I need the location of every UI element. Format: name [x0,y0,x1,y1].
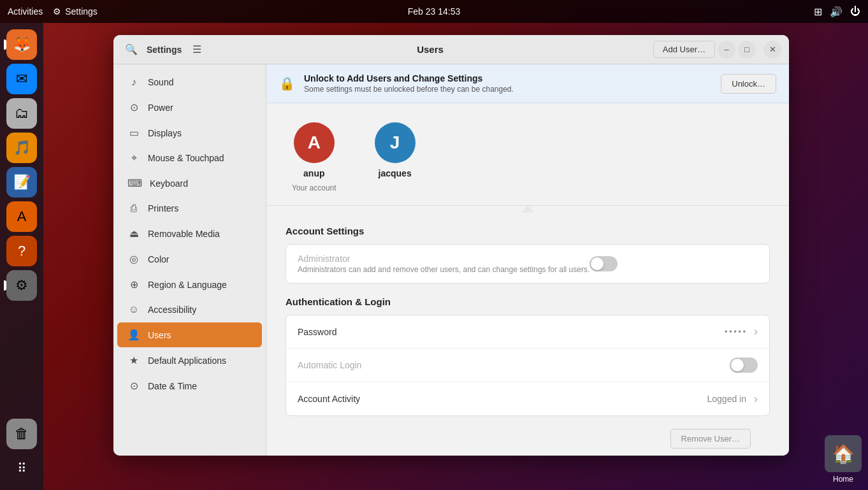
writer-icon: 📝 [13,174,31,191]
taskbar-thunderbird[interactable]: ✉ [6,64,37,94]
sidebar-item-users[interactable]: 👤 Users [117,322,262,347]
sidebar-item-region[interactable]: ⊕ Region & Language [117,272,262,297]
password-label: Password [298,327,725,337]
sidebar-item-color[interactable]: ◎ Color [117,247,262,271]
network-icon[interactable]: ⊞ [814,6,822,18]
sidebar-item-displays[interactable]: ▭ Displays [117,120,262,145]
user-jacques-name: jacques [379,168,412,178]
activities-button[interactable]: Activities [8,6,43,17]
account-activity-row[interactable]: Account Activity Logged in › [286,382,769,415]
taskbar-appstore[interactable]: A [6,201,37,232]
titlebar-right: Add User… – □ ✕ [653,41,781,59]
account-activity-label: Account Activity [298,394,707,404]
taskbar-writer[interactable]: 📝 [6,167,37,198]
taskbar-help[interactable]: ? [6,236,37,266]
sidebar-label-users: Users [148,330,171,340]
selection-arrow [266,205,789,213]
auto-toggle-knob [731,359,744,371]
account-activity-value: Logged in [707,394,746,404]
region-icon: ⊕ [127,278,140,291]
topbar-right: ⊞ 🔊 ⏻ [814,6,860,18]
sidebar-title: Settings [147,45,182,55]
unlock-title: Unlock to Add Users and Change Settings [304,73,514,83]
sidebar-item-accessibility[interactable]: ☺ Accessibility [117,298,262,322]
home-icon[interactable]: 🏠 [825,435,862,472]
settings-gear-icon: ⚙ [53,6,61,17]
volume-icon[interactable]: 🔊 [830,6,843,18]
home-label: Home [833,475,853,484]
window-body: ♪ Sound ⊙ Power ▭ Displays ⌖ Mouse & Tou… [113,64,789,456]
accessibility-icon: ☺ [127,304,140,315]
taskbar-firefox[interactable]: 🦊 [6,29,37,60]
administrator-row: Administrator Administrators can add and… [286,245,769,283]
sidebar-item-default-apps[interactable]: ★ Default Applications [117,348,262,373]
administrator-label: Administrator [298,254,590,264]
unlock-text: Unlock to Add Users and Change Settings … [304,73,514,94]
sidebar-item-mouse[interactable]: ⌖ Mouse & Touchpad [117,146,262,170]
password-row[interactable]: Password ••••• › [286,315,769,349]
password-dots: ••••• [725,328,748,336]
sidebar-label-printers: Printers [148,203,178,213]
sidebar-item-power[interactable]: ⊙ Power [117,95,262,120]
datetime-icon: ⊙ [127,380,140,392]
administrator-toggle[interactable] [590,256,618,271]
topbar: Activities ⚙ Settings Feb 23 14:53 ⊞ 🔊 ⏻ [0,0,868,23]
sidebar-item-printers[interactable]: ⎙ Printers [117,196,262,220]
taskbar-apps-grid[interactable]: ⠿ [6,453,37,484]
sidebar-item-removable[interactable]: ⏏ Removable Media [117,221,262,246]
minimize-button[interactable]: – [718,41,735,59]
sidebar-item-sound[interactable]: ♪ Sound [117,70,262,94]
account-settings-title: Account Settings [286,226,770,236]
window-titlebar: 🔍 Settings ☰ Users Add User… – □ ✕ [113,35,789,64]
printers-icon: ⎙ [127,203,140,214]
sidebar-label-keyboard: Keyboard [150,178,188,189]
appstore-icon: A [17,208,27,225]
taskbar-rhythmbox[interactable]: 🎵 [6,133,37,163]
files-icon: 🗂 [15,105,29,122]
rhythmbox-icon: 🎵 [13,140,31,156]
sidebar-label-power: Power [148,103,173,113]
topbar-app-name: ⚙ Settings [53,6,98,17]
automatic-login-toggle[interactable] [730,357,758,373]
taskbar-settings[interactable]: ⚙ [6,270,37,301]
sidebar-label-region: Region & Language [148,280,227,290]
taskbar-files[interactable]: 🗂 [6,98,37,129]
color-icon: ◎ [127,253,140,265]
topbar-clock: Feb 23 14:53 [408,6,461,17]
default-apps-icon: ★ [127,354,140,366]
close-button[interactable]: ✕ [763,41,781,59]
lock-icon: 🔒 [279,76,295,91]
trash-icon: 🗑 [15,426,29,442]
toggle-knob [591,257,604,270]
help-icon: ? [18,243,25,259]
power-icon[interactable]: ⏻ [850,6,860,17]
unlock-banner: 🔒 Unlock to Add Users and Change Setting… [266,64,789,103]
user-anup[interactable]: A anup Your account [292,122,336,192]
auth-login-card: Password ••••• › Automatic Login Account… [286,315,770,416]
sidebar-label-default-apps: Default Applications [148,356,226,366]
user-jacques[interactable]: J jacques [375,122,416,192]
taskbar-trash[interactable]: 🗑 [6,419,37,449]
maximize-button[interactable]: □ [738,41,756,59]
sidebar-label-displays: Displays [148,128,182,138]
user-anup-avatar: A [294,122,335,163]
remove-user-button[interactable]: Remove User… [670,429,751,449]
sidebar-label-mouse: Mouse & Touchpad [148,153,224,163]
auth-login-title: Authentication & Login [286,296,770,307]
sidebar-item-datetime[interactable]: ⊙ Date & Time [117,373,262,398]
user-anup-name: anup [303,168,324,178]
settings-window: 🔍 Settings ☰ Users Add User… – □ ✕ ♪ Sou… [113,35,789,456]
sidebar-label-sound: Sound [148,77,173,87]
add-user-button[interactable]: Add User… [653,41,715,58]
password-chevron: › [754,325,758,338]
firefox-icon: 🦊 [13,36,31,53]
user-jacques-avatar: J [375,122,416,163]
power-sidebar-icon: ⊙ [127,101,140,113]
menu-button[interactable]: ☰ [187,40,207,60]
unlock-button[interactable]: Unlock… [721,74,776,94]
sidebar-label-removable: Removable Media [148,229,220,239]
account-settings-section: Account Settings Administrator Administr… [266,213,789,456]
search-button[interactable]: 🔍 [121,40,141,60]
sidebar-label-color: Color [148,254,169,264]
sidebar-item-keyboard[interactable]: ⌨ Keyboard [117,171,262,196]
